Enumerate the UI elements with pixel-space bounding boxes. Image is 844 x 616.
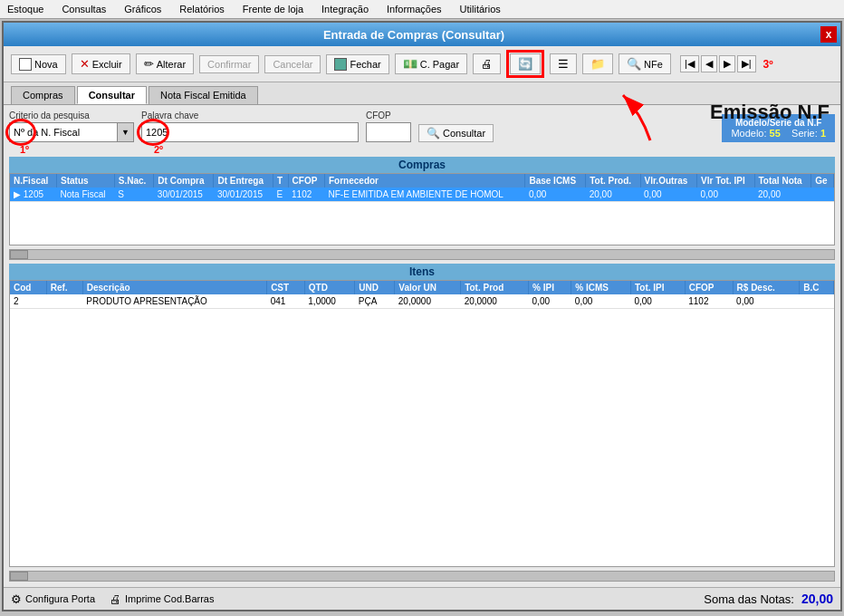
refresh-icon: 🔄 bbox=[518, 57, 532, 71]
menu-bar: Estoque Consultas Gráficos Relatórios Fr… bbox=[0, 0, 844, 19]
nav-last-button[interactable]: ▶| bbox=[737, 55, 756, 72]
itens-scrollbar[interactable] bbox=[9, 571, 835, 582]
cell-cfop: 1102 bbox=[288, 188, 324, 202]
menu-graficos[interactable]: Gráficos bbox=[120, 2, 165, 16]
col-cod: Cod bbox=[10, 281, 46, 294]
col-fornecedor: Fornecedor bbox=[325, 174, 525, 188]
tab-consultar[interactable]: Consultar bbox=[77, 86, 147, 104]
menu-consultas[interactable]: Consultas bbox=[58, 2, 110, 16]
cell-descricao: PRODUTO APRESENTAÇÃO bbox=[82, 294, 266, 309]
print-button[interactable]: 🖨 bbox=[473, 53, 501, 74]
search-icon: 🔍 bbox=[627, 57, 641, 71]
col-tot-ipi: Tot. IPI bbox=[630, 281, 685, 294]
col-descricao: Descrição bbox=[82, 281, 266, 294]
menu-frente[interactable]: Frente de loja bbox=[239, 2, 307, 16]
annotation-3: 3º bbox=[763, 58, 773, 71]
cell-total-nota: 20,00 bbox=[754, 188, 811, 202]
criterio-dropdown-arrow[interactable]: ▼ bbox=[118, 122, 134, 142]
cell-ge bbox=[811, 188, 834, 202]
palavra-input[interactable] bbox=[141, 122, 359, 142]
menu-utilitarios[interactable]: Utilitários bbox=[456, 2, 504, 16]
nav-prev-button[interactable]: ◀ bbox=[701, 55, 717, 72]
cell-cst: 041 bbox=[267, 294, 305, 309]
criterio-group: Criterio da pesquisa ▼ 1º bbox=[9, 111, 134, 142]
criterio-label: Criterio da pesquisa bbox=[9, 111, 134, 120]
criterio-dropdown-wrapper: ▼ 1º bbox=[9, 122, 134, 142]
table-row[interactable]: 1205 Nota Fiscal S 30/01/2015 30/01/2015… bbox=[10, 188, 834, 202]
menu-informacoes[interactable]: Informações bbox=[383, 2, 446, 16]
cell-rs-desc: 0,00 bbox=[733, 294, 800, 309]
soma-value: 20,00 bbox=[801, 592, 833, 606]
alterar-button[interactable]: ✏ Alterar bbox=[136, 53, 194, 74]
model-serie-values: Modelo: 55 Serie: 1 bbox=[731, 128, 826, 139]
cell-valor-un: 20,0000 bbox=[395, 294, 461, 309]
criterio-input[interactable] bbox=[9, 122, 118, 142]
cell-ref bbox=[46, 294, 82, 309]
cpagar-button[interactable]: 💵 C. Pagar bbox=[395, 53, 467, 74]
compras-scrollbar[interactable] bbox=[9, 249, 835, 260]
cell-tot-ipi: 0,00 bbox=[630, 294, 685, 309]
list-button[interactable]: ☰ bbox=[550, 53, 577, 74]
menu-estoque[interactable]: Estoque bbox=[4, 2, 47, 16]
folder-button[interactable]: 📁 bbox=[582, 53, 613, 74]
cell-fornecedor: NF-E EMITIDA EM AMBIENTE DE HOMOL bbox=[325, 188, 525, 202]
tab-compras[interactable]: Compras bbox=[11, 86, 75, 104]
tabs-container: Compras Consultar Nota Fiscal Emitida bbox=[4, 82, 840, 105]
col-und: UND bbox=[355, 281, 395, 294]
consultar-button[interactable]: 🔍 Consultar bbox=[418, 124, 494, 142]
modelo-label: Modelo: bbox=[731, 128, 766, 139]
fechar-button[interactable]: Fechar bbox=[326, 54, 388, 74]
menu-relatorios[interactable]: Relatórios bbox=[176, 2, 228, 16]
soma-container: Soma das Notas: 20,00 bbox=[704, 592, 833, 606]
scroll-thumb[interactable] bbox=[10, 250, 28, 259]
nav-next-button[interactable]: ▶ bbox=[719, 55, 735, 72]
col-tot-prod-itens: Tot. Prod bbox=[461, 281, 529, 294]
col-cst: CST bbox=[267, 281, 305, 294]
table-row[interactable]: 2 PRODUTO APRESENTAÇÃO 041 1,0000 PÇA 20… bbox=[10, 294, 834, 309]
cell-vlr-outras: 0,00 bbox=[640, 188, 696, 202]
cell-pct-icms: 0,00 bbox=[571, 294, 631, 309]
compras-section: Compras N.Fiscal Status S.Nac. Dt Compra… bbox=[9, 157, 835, 245]
configura-porta-button[interactable]: ⚙ Configura Porta bbox=[11, 592, 95, 606]
confirmar-button[interactable]: Confirmar bbox=[199, 55, 259, 73]
itens-scroll-thumb[interactable] bbox=[10, 572, 28, 581]
new-doc-icon bbox=[19, 58, 32, 71]
nav-first-button[interactable]: |◀ bbox=[680, 55, 699, 72]
main-window: Entrada de Compras (Consultar) x Nova ✕ … bbox=[2, 21, 842, 611]
nav-buttons: |◀ ◀ ▶ ▶| bbox=[680, 55, 756, 72]
compras-table-container[interactable]: N.Fiscal Status S.Nac. Dt Compra Dt Entr… bbox=[9, 173, 835, 245]
palavra-input-wrapper: 2º bbox=[141, 122, 359, 142]
menu-integracao[interactable]: Integração bbox=[318, 2, 372, 16]
cell-base-icms: 0,00 bbox=[525, 188, 586, 202]
refresh-button[interactable]: 🔄 bbox=[510, 53, 541, 74]
compras-table: N.Fiscal Status S.Nac. Dt Compra Dt Entr… bbox=[10, 174, 834, 202]
col-nfiscal: N.Fiscal bbox=[10, 174, 57, 188]
badge-2: 2º bbox=[154, 144, 163, 155]
itens-section: Itens Cod Ref. Descrição CST QTD UND Val… bbox=[9, 264, 835, 567]
model-serie-title: Modelo/Serie da N.F bbox=[731, 118, 826, 128]
content-area: Criterio da pesquisa ▼ 1º Palavra chave bbox=[4, 105, 840, 587]
cancelar-button[interactable]: Cancelar bbox=[264, 55, 321, 73]
cfop-group: CFOP bbox=[366, 111, 411, 142]
excluir-button[interactable]: ✕ Excluir bbox=[72, 53, 130, 74]
col-base-icms: Base ICMS bbox=[525, 174, 586, 188]
cell-tot-prod-itens: 20,0000 bbox=[461, 294, 529, 309]
close-button[interactable]: x bbox=[820, 26, 837, 43]
consult-icon: 🔍 bbox=[427, 127, 440, 140]
cfop-input[interactable] bbox=[366, 122, 411, 142]
tab-nota-fiscal-emitida[interactable]: Nota Fiscal Emitida bbox=[149, 86, 258, 104]
itens-table-container[interactable]: Cod Ref. Descrição CST QTD UND Valor UN … bbox=[9, 280, 835, 567]
compras-header: Compras bbox=[9, 157, 835, 173]
col-snac: S.Nac. bbox=[114, 174, 154, 188]
compras-header-row: N.Fiscal Status S.Nac. Dt Compra Dt Entr… bbox=[10, 174, 834, 188]
col-valor-un: Valor UN bbox=[395, 281, 461, 294]
money-icon: 💵 bbox=[403, 57, 417, 71]
col-pct-icms: % ICMS bbox=[571, 281, 631, 294]
search-toolbar-button[interactable]: 🔍 NFe bbox=[619, 53, 671, 74]
nova-button[interactable]: Nova bbox=[11, 54, 66, 74]
col-vlr-tot-ipi: Vlr Tot. IPI bbox=[697, 174, 754, 188]
imprime-cod-button[interactable]: 🖨 Imprime Cod.Barras bbox=[110, 592, 214, 606]
list-icon: ☰ bbox=[558, 57, 569, 71]
cell-tot-prod: 20,00 bbox=[586, 188, 640, 202]
edit-icon: ✏ bbox=[144, 57, 154, 71]
